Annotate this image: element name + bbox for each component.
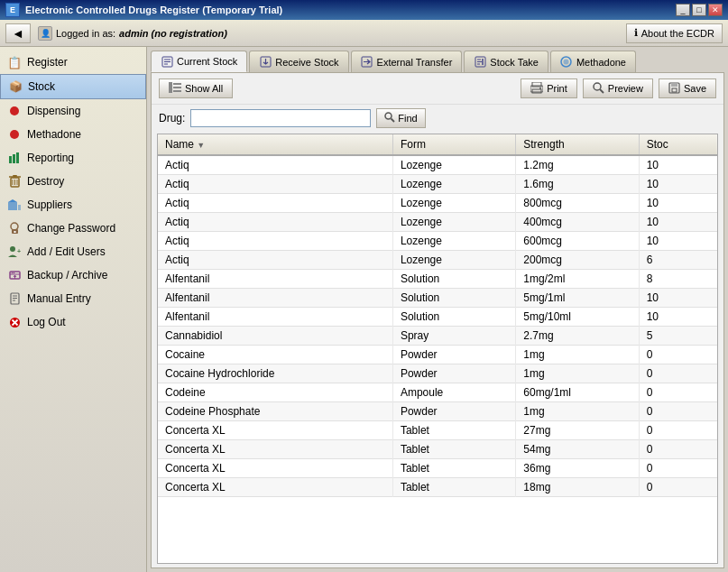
sidebar-item-reporting[interactable]: Reporting	[0, 146, 146, 170]
sidebar-label-suppliers: Suppliers	[27, 198, 72, 211]
sidebar-label-reporting: Reporting	[27, 152, 74, 164]
table-row[interactable]: Actiq Lozenge 600mcg 10	[158, 232, 717, 251]
svg-point-22	[13, 272, 14, 274]
sidebar-item-logout[interactable]: Log Out	[0, 310, 146, 334]
cell-strength: 400mcg	[516, 213, 639, 232]
window-controls[interactable]: _ □ ✕	[676, 4, 723, 16]
col-header-stock[interactable]: Stoc	[639, 134, 717, 155]
sidebar-item-stock[interactable]: 📦 Stock	[0, 74, 146, 99]
cell-form: Lozenge	[392, 232, 515, 251]
sidebar-item-dispensing[interactable]: Dispensing	[0, 99, 146, 123]
cell-strength: 18mg	[516, 478, 639, 497]
show-all-button[interactable]: Show All	[159, 78, 233, 98]
minimize-button[interactable]: _	[676, 4, 690, 16]
table-row[interactable]: Actiq Lozenge 400mcg 10	[158, 213, 717, 232]
tab-current-stock[interactable]: Current Stock	[151, 51, 247, 72]
sidebar-item-register[interactable]: 📋 Register	[0, 51, 146, 74]
preview-icon	[593, 82, 604, 96]
table-row[interactable]: Codeine Ampoule 60mg/1ml 0	[158, 383, 717, 402]
close-button[interactable]: ✕	[708, 4, 723, 16]
user-info: 👤 Logged in as: admin (no registration)	[38, 26, 227, 41]
sidebar-label-destroy: Destroy	[27, 175, 64, 188]
tabs-bar: Current Stock Receive Stock External Tra…	[147, 47, 728, 72]
receive-stock-tab-icon	[259, 56, 272, 69]
logout-icon	[7, 315, 22, 329]
cell-name: Actiq	[158, 175, 392, 194]
sidebar-item-manualentry[interactable]: Manual Entry	[0, 287, 146, 310]
show-all-label: Show All	[185, 83, 223, 94]
table-row[interactable]: Actiq Lozenge 200mcg 6	[158, 251, 717, 270]
sidebar-item-destroy[interactable]: Destroy	[0, 170, 146, 193]
col-header-form[interactable]: Form	[392, 134, 515, 155]
tab-external-transfer[interactable]: External Transfer	[351, 51, 463, 72]
svg-text:+: +	[17, 248, 21, 254]
tab-label-methadone: Methadone	[576, 57, 626, 68]
cell-stock: 10	[639, 232, 717, 251]
svg-rect-49	[173, 90, 181, 92]
sidebar-item-changepassword[interactable]: Change Password	[0, 217, 146, 240]
table-row[interactable]: Actiq Lozenge 1.2mg 10	[158, 155, 717, 175]
table-row[interactable]: Cannabidiol Spray 2.7mg 5	[158, 327, 717, 346]
cell-strength: 1mg	[516, 364, 639, 383]
sidebar-item-methadone[interactable]: Methadone	[0, 123, 146, 146]
cell-strength: 54mg	[516, 440, 639, 459]
cell-stock: 0	[639, 459, 717, 478]
table-row[interactable]: Cocaine Hydrochloride Powder 1mg 0	[158, 364, 717, 383]
sidebar-item-suppliers[interactable]: Suppliers	[0, 193, 146, 217]
cell-stock: 0	[639, 364, 717, 383]
table-row[interactable]: Actiq Lozenge 800mcg 10	[158, 194, 717, 213]
cell-form: Lozenge	[392, 175, 515, 194]
svg-point-59	[385, 113, 392, 119]
tab-receive-stock[interactable]: Receive Stock	[249, 51, 348, 72]
cell-name: Actiq	[158, 213, 392, 232]
back-button[interactable]: ◄	[5, 23, 31, 43]
stock-table-container[interactable]: Name ▼ Form Strength Stoc	[157, 134, 718, 564]
col-header-name[interactable]: Name ▼	[158, 134, 392, 155]
col-stock-label: Stoc	[647, 138, 668, 151]
sidebar-label-dispensing: Dispensing	[27, 105, 80, 117]
save-button[interactable]: Save	[659, 78, 716, 98]
drug-input[interactable]	[190, 109, 371, 127]
print-button[interactable]: Print	[521, 78, 577, 98]
table-row[interactable]: Actiq Lozenge 1.6mg 10	[158, 175, 717, 194]
cell-strength: 1mg/2ml	[516, 270, 639, 289]
cell-stock: 0	[639, 421, 717, 440]
table-row[interactable]: Concerta XL Tablet 27mg 0	[158, 421, 717, 440]
maximize-button[interactable]: □	[692, 4, 706, 16]
sort-arrow-name: ▼	[197, 141, 205, 150]
preview-button[interactable]: Preview	[583, 78, 653, 98]
cell-name: Actiq	[158, 194, 392, 213]
cell-name: Actiq	[158, 251, 392, 270]
svg-rect-7	[13, 175, 17, 177]
col-header-strength[interactable]: Strength	[516, 134, 639, 155]
table-row[interactable]: Alfentanil Solution 1mg/2ml 8	[158, 270, 717, 289]
cell-strength: 5mg/10ml	[516, 308, 639, 327]
tab-methadone[interactable]: Methadone	[550, 51, 636, 72]
svg-rect-11	[8, 202, 17, 210]
tab-stock-take[interactable]: Stock Take	[464, 51, 548, 72]
cell-stock: 0	[639, 478, 717, 497]
cell-name: Cocaine Hydrochloride	[158, 364, 392, 383]
cell-form: Lozenge	[392, 251, 515, 270]
table-row[interactable]: Concerta XL Tablet 54mg 0	[158, 440, 717, 459]
cell-strength: 27mg	[516, 421, 639, 440]
svg-rect-4	[16, 152, 19, 163]
sidebar-item-backuparchive[interactable]: Backup / Archive	[0, 263, 146, 287]
dispensing-icon	[7, 104, 22, 118]
sidebar-label-backuparchive: Backup / Archive	[27, 269, 107, 281]
svg-marker-12	[8, 199, 17, 202]
tab-label-current-stock: Current Stock	[177, 56, 237, 67]
print-label: Print	[547, 83, 567, 94]
table-row[interactable]: Concerta XL Tablet 36mg 0	[158, 459, 717, 478]
sidebar-item-addeditusers[interactable]: + Add / Edit Users	[0, 240, 146, 263]
table-row[interactable]: Alfentanil Solution 5mg/10ml 10	[158, 308, 717, 327]
about-button[interactable]: ℹ About the ECDR	[626, 23, 723, 43]
cell-form: Spray	[392, 327, 515, 346]
drug-label: Drug:	[159, 112, 185, 125]
table-row[interactable]: Cocaine Powder 1mg 0	[158, 346, 717, 364]
table-row[interactable]: Concerta XL Tablet 18mg 0	[158, 478, 717, 497]
table-row[interactable]: Codeine Phosphate Powder 1mg 0	[158, 402, 717, 421]
cell-stock: 6	[639, 251, 717, 270]
find-button[interactable]: Find	[376, 108, 425, 128]
table-row[interactable]: Alfentanil Solution 5mg/1ml 10	[158, 289, 717, 308]
